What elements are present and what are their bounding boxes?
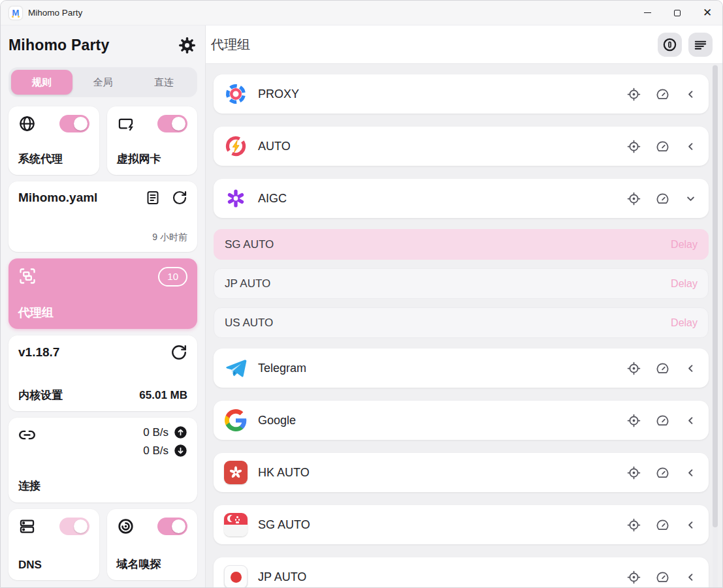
locate-icon[interactable] (627, 140, 641, 153)
globe-icon (18, 115, 36, 132)
profile-updated: 9 小时前 (18, 232, 187, 243)
gauge-icon[interactable] (656, 518, 669, 532)
delay-label[interactable]: Delay (671, 239, 698, 251)
tab-global[interactable]: 全局 (72, 70, 134, 95)
app-window: M Mihomo Party ✕ Mihomo Party (0, 0, 723, 588)
chevron-left-icon[interactable] (684, 362, 697, 375)
gauge-icon[interactable] (656, 192, 669, 206)
group-row-proxy[interactable]: PROXY (214, 74, 709, 114)
proxy-groups-count-badge: 10 (158, 267, 187, 286)
sniff-toggle[interactable] (157, 518, 187, 535)
locate-icon[interactable] (627, 570, 641, 584)
profile-name: Mihomo.yaml (18, 191, 145, 205)
group-row-jp-auto[interactable]: JP AUTO (214, 557, 709, 588)
network-card-bolt-icon (117, 115, 135, 132)
proxy-group-list: PROXY AUTO (206, 64, 722, 588)
minimize-icon (644, 12, 651, 13)
titlebar[interactable]: M Mihomo Party ✕ (1, 1, 722, 25)
connections-label: 连接 (18, 478, 40, 493)
system-proxy-toggle[interactable] (59, 115, 89, 132)
close-button[interactable]: ✕ (692, 1, 722, 25)
circle-arrow-up-icon (174, 426, 187, 439)
proxy-shutter-icon (224, 82, 248, 106)
chevron-left-icon[interactable] (684, 467, 697, 479)
dns-toggle[interactable] (59, 518, 89, 535)
group-row-sg-auto[interactable]: SG AUTO (214, 505, 709, 544)
group-row-google[interactable]: Google (214, 401, 709, 440)
proxy-name: US AUTO (225, 317, 273, 330)
chevron-left-icon[interactable] (684, 519, 697, 531)
delay-label[interactable]: Delay (671, 278, 698, 290)
gauge-icon[interactable] (656, 87, 669, 101)
dns-label: DNS (18, 559, 89, 572)
system-proxy-card[interactable]: 系统代理 (8, 106, 99, 175)
connections-card[interactable]: 0 B/s 0 B/s 连接 (8, 418, 197, 503)
group-scan-icon (18, 267, 37, 285)
core-settings-label: 内核设置 (18, 388, 63, 403)
tab-rule[interactable]: 规则 (11, 70, 72, 95)
mihomo-logo-icon: M (9, 7, 22, 20)
close-icon: ✕ (703, 7, 712, 18)
sniff-card[interactable]: 域名嗅探 (107, 509, 198, 580)
proxy-item-sg-auto[interactable]: SG AUTO Delay (214, 229, 709, 260)
chevron-left-icon[interactable] (684, 140, 697, 153)
group-name: PROXY (258, 87, 299, 101)
gauge-icon[interactable] (656, 140, 669, 153)
outbound-mode-tabs: 规则 全局 直连 (8, 67, 197, 97)
telegram-icon (224, 356, 248, 380)
sidebar-item-proxy-groups[interactable]: 10 代理组 (8, 258, 197, 329)
profile-card[interactable]: Mihomo.yaml 9 小时前 (8, 181, 197, 252)
maximize-icon (674, 10, 681, 16)
group-name: AUTO (258, 140, 291, 153)
sidebar: Mihomo Party (1, 25, 206, 588)
tun-toggle[interactable] (157, 115, 187, 132)
locate-icon[interactable] (627, 87, 641, 101)
tun-card[interactable]: 虚拟网卡 (107, 106, 198, 175)
openai-knot-icon (224, 187, 248, 210)
upload-rate: 0 B/s (143, 426, 169, 439)
locate-icon[interactable] (627, 518, 641, 532)
scrollbar-thumb[interactable] (713, 65, 718, 527)
scrollbar[interactable] (713, 64, 718, 588)
group-name: JP AUTO (258, 570, 306, 584)
refresh-icon[interactable] (170, 344, 187, 361)
gauge-icon[interactable] (656, 362, 669, 375)
chevron-left-icon[interactable] (684, 88, 697, 101)
group-row-aigc[interactable]: AIGC (214, 179, 709, 218)
group-row-telegram[interactable]: Telegram (214, 348, 709, 388)
main-panel: 代理组 (206, 25, 722, 588)
group-row-hk-auto[interactable]: HK AUTO (214, 453, 709, 492)
delay-sort-button[interactable] (658, 33, 682, 57)
chevron-left-icon[interactable] (684, 571, 697, 583)
locate-icon[interactable] (627, 414, 641, 427)
group-name: Telegram (258, 362, 306, 375)
locate-icon[interactable] (627, 192, 641, 206)
proxy-item-us-auto[interactable]: US AUTO Delay (214, 307, 709, 338)
gauge-icon[interactable] (656, 570, 669, 584)
gauge-icon[interactable] (656, 466, 669, 480)
core-card[interactable]: v1.18.7 内核设置 65.01 MB (8, 335, 197, 411)
hongkong-flag-icon (224, 461, 248, 484)
gear-icon (178, 37, 196, 54)
tab-direct[interactable]: 直连 (133, 70, 195, 95)
google-g-icon (224, 409, 248, 432)
chevron-down-icon[interactable] (684, 193, 697, 205)
file-text-icon[interactable] (145, 190, 161, 206)
locate-icon[interactable] (627, 362, 641, 375)
auto-bolt-ring-icon (224, 134, 248, 158)
sniff-label: 域名嗅探 (117, 557, 188, 572)
minimize-button[interactable] (632, 1, 662, 25)
delay-label[interactable]: Delay (671, 317, 698, 329)
locate-icon[interactable] (627, 466, 641, 480)
group-row-auto[interactable]: AUTO (214, 127, 709, 166)
proxy-groups-label: 代理组 (18, 305, 187, 320)
layout-toggle-button[interactable] (688, 33, 713, 57)
settings-button[interactable] (178, 37, 196, 54)
gauge-icon[interactable] (656, 414, 669, 427)
chevron-left-icon[interactable] (684, 414, 697, 427)
refresh-icon[interactable] (172, 190, 187, 206)
maximize-button[interactable] (662, 1, 692, 25)
dns-card[interactable]: DNS (8, 509, 99, 580)
proxy-item-jp-auto[interactable]: JP AUTO Delay (214, 268, 709, 299)
download-rate: 0 B/s (143, 444, 169, 457)
